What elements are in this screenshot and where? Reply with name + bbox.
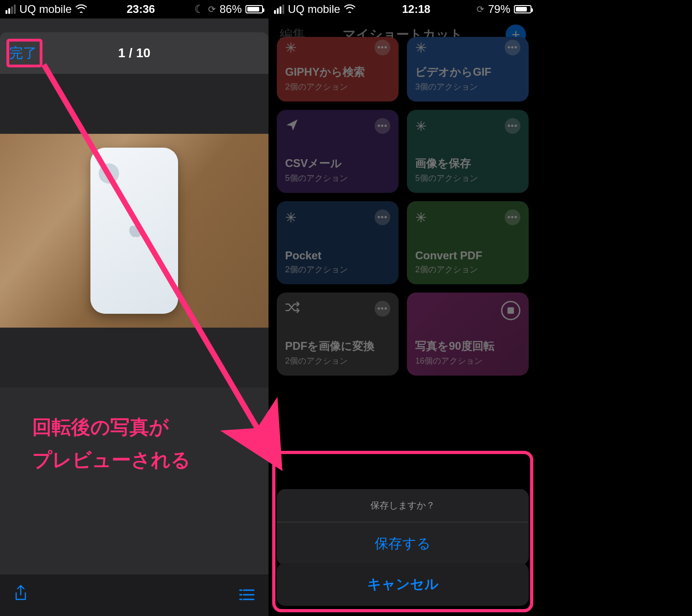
preview-header: 完了 1 / 10 (0, 32, 268, 74)
save-button[interactable]: 保存する (277, 522, 529, 565)
status-bar-left: UQ mobile 23:36 ☾ ⟳ 86% (0, 0, 268, 18)
battery-pct: 79% (488, 3, 510, 16)
share-icon[interactable] (14, 585, 28, 606)
sheet-title: 保存しますか？ (277, 489, 529, 522)
list-icon[interactable] (239, 586, 255, 604)
done-button[interactable]: 完了 (9, 44, 37, 63)
signal-icon (6, 5, 16, 14)
caption-line-1: 回転後の写真が (32, 411, 236, 443)
preview-photo[interactable] (0, 134, 268, 328)
annotation-caption: 回転後の写真が プレビューされる (0, 388, 268, 535)
status-bar-right: UQ mobile 12:18 ⟳ 79% (268, 0, 537, 18)
page-counter: 1 / 10 (118, 46, 150, 60)
preview-toolbar (0, 574, 268, 616)
battery-pct: 86% (220, 3, 242, 16)
apple-logo-icon (127, 221, 141, 241)
photo-preview-area (0, 74, 268, 388)
battery-icon (245, 5, 263, 13)
phone-case (90, 148, 178, 314)
wifi-icon (344, 3, 356, 16)
status-time: 12:18 (402, 3, 430, 16)
battery-icon (514, 5, 531, 13)
cancel-button[interactable]: キャンセル (277, 563, 529, 606)
carrier-label: UQ mobile (19, 3, 72, 16)
left-screen: UQ mobile 23:36 ☾ ⟳ 86% 完了 1 / 10 (0, 0, 268, 616)
signal-icon (274, 5, 284, 14)
moon-icon: ☾ (194, 3, 204, 16)
caption-line-2: プレビューされる (32, 443, 236, 476)
action-sheet: 保存しますか？ 保存する (277, 489, 529, 565)
carrier-label: UQ mobile (288, 3, 340, 16)
lock-rotation-icon: ⟳ (208, 4, 216, 15)
status-time: 23:36 (126, 3, 155, 16)
right-screen: UQ mobile 12:18 ⟳ 79% 編集 マイショートカット + ✳••… (268, 0, 537, 616)
wifi-icon (75, 3, 87, 16)
lock-rotation-icon: ⟳ (477, 4, 484, 15)
